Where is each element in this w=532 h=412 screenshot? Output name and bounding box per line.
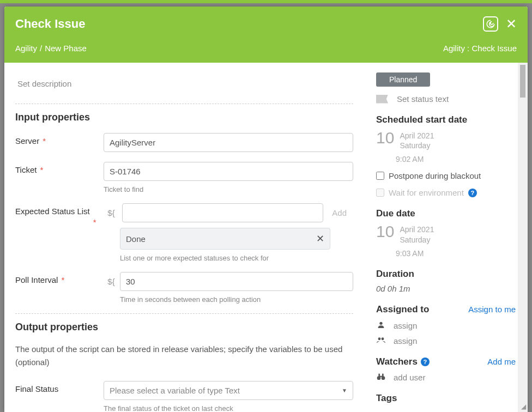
team-icon (376, 336, 386, 346)
svg-rect-6 (382, 373, 384, 376)
output-properties-heading: Output properties (15, 322, 353, 333)
resize-handle-icon[interactable]: ◢ (521, 403, 526, 410)
main-form: Set description Input properties Server*… (4, 63, 364, 412)
watchers-title: Watchers ? (376, 356, 430, 367)
modal-header: Check Issue ✕ Agility/New Phase Agility … (4, 7, 528, 63)
assigned-to-title: Assigned to (376, 304, 429, 315)
status-list-label: Expected Status List (15, 207, 90, 216)
tags-title: Tags (376, 393, 516, 404)
status-chip: Done ✕ (120, 228, 330, 250)
due-time: 9:03 AM (396, 249, 516, 258)
chip-remove-icon[interactable]: ✕ (316, 233, 324, 245)
modal-title: Check Issue (15, 17, 85, 31)
final-status-help: The final status of the ticket on last c… (104, 404, 353, 412)
scrollbar[interactable] (518, 63, 528, 412)
variable-toggle-icon[interactable]: ${ (104, 272, 119, 291)
assign-user-placeholder[interactable]: assign (394, 321, 417, 330)
poll-label: Poll Interval (15, 275, 58, 284)
assign-team-placeholder[interactable]: assign (394, 336, 417, 346)
wait-env-checkbox (376, 189, 384, 197)
modal-dialog: Check Issue ✕ Agility/New Phase Agility … (4, 7, 528, 412)
svg-point-1 (378, 337, 381, 340)
assign-to-me-link[interactable]: Assign to me (468, 305, 516, 314)
input-properties-heading: Input properties (15, 112, 353, 123)
svg-point-0 (379, 322, 382, 324)
variable-toggle-icon[interactable]: ${ (104, 204, 119, 222)
ticket-help: Ticket to find (104, 185, 353, 193)
status-badge: Planned (376, 72, 430, 87)
plugin-logo-icon (483, 16, 498, 32)
postpone-checkbox[interactable] (376, 172, 384, 180)
description-placeholder[interactable]: Set description (15, 63, 353, 101)
chevron-down-icon: ▼ (342, 387, 347, 393)
duration-title: Duration (376, 269, 516, 280)
close-icon[interactable]: ✕ (506, 17, 517, 31)
output-properties-desc: The output of the script can be stored i… (15, 343, 353, 369)
ticket-input[interactable] (104, 162, 353, 181)
server-label: Server (15, 136, 39, 146)
ticket-label: Ticket (15, 165, 37, 174)
status-list-help: List one or more expected statuses to ch… (120, 254, 353, 262)
sidebar: Planned Set status text Scheduled start … (364, 63, 528, 412)
status-add-input[interactable] (122, 203, 323, 222)
duration-value: 0d 0h 1m (376, 284, 516, 293)
add-watcher-placeholder[interactable]: add user (394, 373, 425, 382)
add-me-link[interactable]: Add me (487, 357, 516, 366)
svg-rect-5 (378, 373, 380, 376)
status-add-button[interactable]: Add (325, 204, 353, 221)
person-icon (376, 320, 386, 331)
scheduled-start-time: 9:02 AM (396, 155, 516, 163)
binoculars-icon (376, 373, 386, 382)
status-text-placeholder[interactable]: Set status text (397, 94, 449, 104)
final-status-select[interactable]: Please select a variable of type Text ▼ (104, 381, 353, 400)
final-status-label: Final Status (15, 384, 58, 393)
poll-input[interactable] (120, 272, 353, 291)
wait-env-label: Wait for environment (389, 188, 464, 197)
svg-point-2 (382, 337, 384, 340)
flag-icon (376, 95, 388, 104)
help-icon[interactable]: ? (468, 189, 477, 197)
server-input[interactable] (104, 133, 353, 152)
poll-help: Time in seconds between each polling act… (120, 295, 353, 304)
due-date[interactable]: 10 April 2021 Saturday (376, 223, 516, 244)
svg-rect-7 (380, 375, 382, 377)
help-icon[interactable]: ? (421, 358, 430, 366)
breadcrumb[interactable]: Agility/New Phase (15, 44, 87, 53)
scheduled-start-date[interactable]: 10 April 2021 Saturday (376, 130, 516, 150)
due-date-title: Due date (376, 208, 516, 219)
postpone-label: Postpone during blackout (389, 171, 481, 180)
scheduled-start-title: Scheduled start date (376, 114, 516, 125)
header-context: Agility : Check Issue (443, 44, 517, 53)
